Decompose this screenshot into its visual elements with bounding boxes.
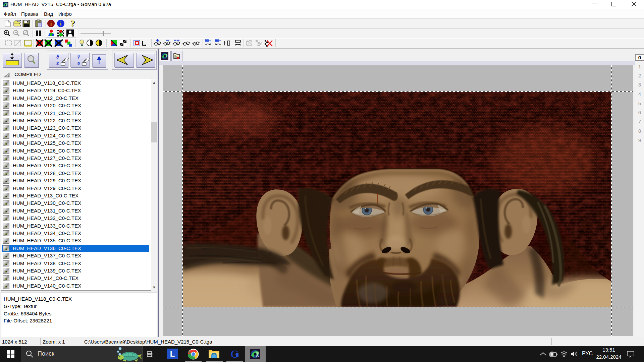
svg-text:Z: Z <box>56 61 59 66</box>
svg-text:?: ? <box>70 19 75 28</box>
svg-text:A: A <box>56 54 59 59</box>
svg-text:0: 0 <box>77 54 80 59</box>
svg-text:90−: 90− <box>215 39 221 43</box>
svg-text:9: 9 <box>77 61 80 66</box>
svg-text:90+: 90+ <box>205 39 211 43</box>
svg-text:i: i <box>50 20 52 27</box>
svg-text:i: i <box>60 20 62 27</box>
